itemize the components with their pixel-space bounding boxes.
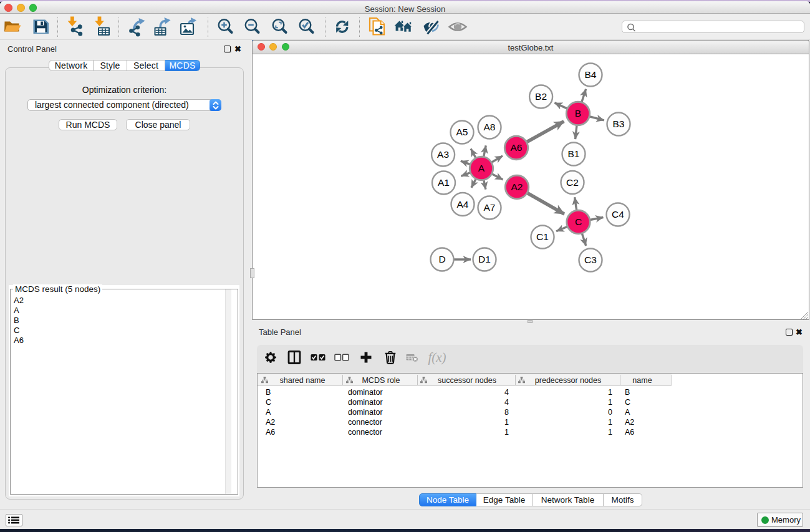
svg-text:A3: A3	[437, 149, 449, 160]
svg-text:B2: B2	[535, 91, 547, 102]
svg-text:D1: D1	[478, 254, 491, 264]
svg-text:A4: A4	[457, 199, 469, 210]
svg-text:B1: B1	[568, 148, 580, 159]
svg-text:A6: A6	[511, 142, 523, 153]
svg-text:C4: C4	[612, 209, 624, 220]
svg-text:C: C	[575, 216, 582, 227]
svg-text:C1: C1	[536, 231, 549, 242]
svg-text:B3: B3	[613, 118, 625, 129]
svg-text:B4: B4	[585, 69, 597, 80]
svg-text:A8: A8	[484, 122, 496, 132]
svg-text:B: B	[575, 108, 581, 118]
svg-text:A5: A5	[456, 127, 468, 137]
svg-text:A2: A2	[511, 181, 523, 192]
svg-text:D: D	[438, 254, 445, 264]
svg-text:C2: C2	[566, 177, 579, 188]
svg-text:A: A	[478, 163, 485, 173]
svg-text:A1: A1	[438, 177, 450, 188]
svg-text:f(x): f(x)	[428, 350, 446, 365]
svg-text:A7: A7	[484, 202, 496, 213]
svg-text:C3: C3	[584, 254, 597, 265]
